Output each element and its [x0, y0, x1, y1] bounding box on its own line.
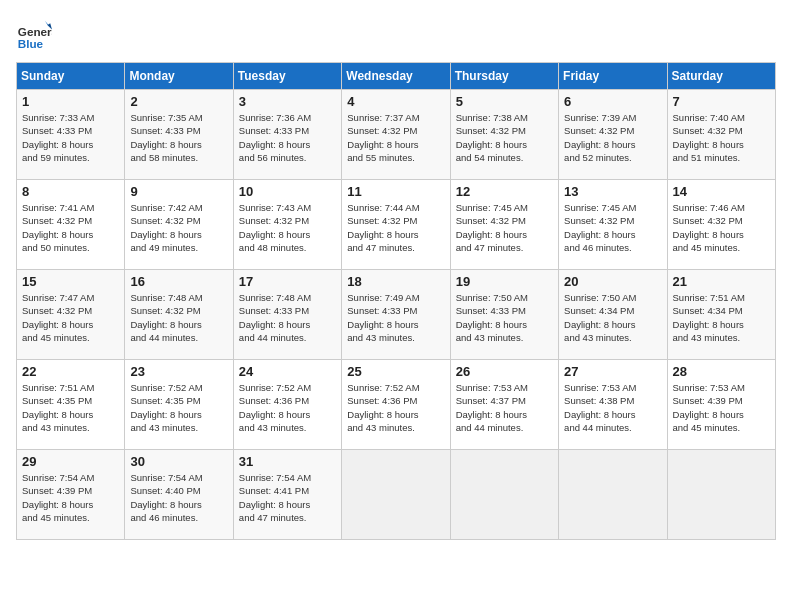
- day-number: 2: [130, 94, 227, 109]
- day-info: Sunrise: 7:43 AM Sunset: 4:32 PM Dayligh…: [239, 201, 336, 254]
- weekday-header-saturday: Saturday: [667, 63, 775, 90]
- calendar-body: 1Sunrise: 7:33 AM Sunset: 4:33 PM Daylig…: [17, 90, 776, 540]
- day-info: Sunrise: 7:53 AM Sunset: 4:39 PM Dayligh…: [673, 381, 770, 434]
- calendar-cell: 11Sunrise: 7:44 AM Sunset: 4:32 PM Dayli…: [342, 180, 450, 270]
- calendar-week-3: 15Sunrise: 7:47 AM Sunset: 4:32 PM Dayli…: [17, 270, 776, 360]
- day-number: 25: [347, 364, 444, 379]
- weekday-header-thursday: Thursday: [450, 63, 558, 90]
- day-info: Sunrise: 7:40 AM Sunset: 4:32 PM Dayligh…: [673, 111, 770, 164]
- day-number: 23: [130, 364, 227, 379]
- day-info: Sunrise: 7:47 AM Sunset: 4:32 PM Dayligh…: [22, 291, 119, 344]
- day-number: 3: [239, 94, 336, 109]
- day-number: 4: [347, 94, 444, 109]
- calendar-week-1: 1Sunrise: 7:33 AM Sunset: 4:33 PM Daylig…: [17, 90, 776, 180]
- calendar-cell: 22Sunrise: 7:51 AM Sunset: 4:35 PM Dayli…: [17, 360, 125, 450]
- calendar-table: SundayMondayTuesdayWednesdayThursdayFrid…: [16, 62, 776, 540]
- day-info: Sunrise: 7:50 AM Sunset: 4:33 PM Dayligh…: [456, 291, 553, 344]
- day-number: 5: [456, 94, 553, 109]
- calendar-cell: 27Sunrise: 7:53 AM Sunset: 4:38 PM Dayli…: [559, 360, 667, 450]
- day-number: 1: [22, 94, 119, 109]
- day-number: 20: [564, 274, 661, 289]
- day-info: Sunrise: 7:37 AM Sunset: 4:32 PM Dayligh…: [347, 111, 444, 164]
- day-info: Sunrise: 7:52 AM Sunset: 4:36 PM Dayligh…: [347, 381, 444, 434]
- day-number: 6: [564, 94, 661, 109]
- day-info: Sunrise: 7:54 AM Sunset: 4:40 PM Dayligh…: [130, 471, 227, 524]
- day-info: Sunrise: 7:52 AM Sunset: 4:35 PM Dayligh…: [130, 381, 227, 434]
- calendar-week-5: 29Sunrise: 7:54 AM Sunset: 4:39 PM Dayli…: [17, 450, 776, 540]
- day-number: 12: [456, 184, 553, 199]
- calendar-cell: 12Sunrise: 7:45 AM Sunset: 4:32 PM Dayli…: [450, 180, 558, 270]
- svg-text:Blue: Blue: [18, 37, 44, 50]
- day-info: Sunrise: 7:49 AM Sunset: 4:33 PM Dayligh…: [347, 291, 444, 344]
- calendar-cell: 30Sunrise: 7:54 AM Sunset: 4:40 PM Dayli…: [125, 450, 233, 540]
- day-number: 31: [239, 454, 336, 469]
- calendar-cell: 15Sunrise: 7:47 AM Sunset: 4:32 PM Dayli…: [17, 270, 125, 360]
- calendar-cell: 26Sunrise: 7:53 AM Sunset: 4:37 PM Dayli…: [450, 360, 558, 450]
- calendar-header: SundayMondayTuesdayWednesdayThursdayFrid…: [17, 63, 776, 90]
- calendar-cell: 5Sunrise: 7:38 AM Sunset: 4:32 PM Daylig…: [450, 90, 558, 180]
- day-info: Sunrise: 7:51 AM Sunset: 4:35 PM Dayligh…: [22, 381, 119, 434]
- calendar-cell: 23Sunrise: 7:52 AM Sunset: 4:35 PM Dayli…: [125, 360, 233, 450]
- calendar-cell: 29Sunrise: 7:54 AM Sunset: 4:39 PM Dayli…: [17, 450, 125, 540]
- calendar-cell: 8Sunrise: 7:41 AM Sunset: 4:32 PM Daylig…: [17, 180, 125, 270]
- weekday-header-wednesday: Wednesday: [342, 63, 450, 90]
- day-info: Sunrise: 7:33 AM Sunset: 4:33 PM Dayligh…: [22, 111, 119, 164]
- day-info: Sunrise: 7:50 AM Sunset: 4:34 PM Dayligh…: [564, 291, 661, 344]
- calendar-cell: 19Sunrise: 7:50 AM Sunset: 4:33 PM Dayli…: [450, 270, 558, 360]
- day-number: 10: [239, 184, 336, 199]
- day-number: 9: [130, 184, 227, 199]
- calendar-cell: [667, 450, 775, 540]
- calendar-cell: 17Sunrise: 7:48 AM Sunset: 4:33 PM Dayli…: [233, 270, 341, 360]
- weekday-header-friday: Friday: [559, 63, 667, 90]
- day-number: 19: [456, 274, 553, 289]
- day-info: Sunrise: 7:53 AM Sunset: 4:38 PM Dayligh…: [564, 381, 661, 434]
- calendar-cell: 10Sunrise: 7:43 AM Sunset: 4:32 PM Dayli…: [233, 180, 341, 270]
- calendar-cell: 24Sunrise: 7:52 AM Sunset: 4:36 PM Dayli…: [233, 360, 341, 450]
- calendar-cell: 28Sunrise: 7:53 AM Sunset: 4:39 PM Dayli…: [667, 360, 775, 450]
- day-number: 22: [22, 364, 119, 379]
- day-number: 28: [673, 364, 770, 379]
- day-number: 26: [456, 364, 553, 379]
- weekday-header-sunday: Sunday: [17, 63, 125, 90]
- day-info: Sunrise: 7:54 AM Sunset: 4:41 PM Dayligh…: [239, 471, 336, 524]
- weekday-header-row: SundayMondayTuesdayWednesdayThursdayFrid…: [17, 63, 776, 90]
- day-number: 17: [239, 274, 336, 289]
- day-info: Sunrise: 7:54 AM Sunset: 4:39 PM Dayligh…: [22, 471, 119, 524]
- day-info: Sunrise: 7:51 AM Sunset: 4:34 PM Dayligh…: [673, 291, 770, 344]
- day-info: Sunrise: 7:35 AM Sunset: 4:33 PM Dayligh…: [130, 111, 227, 164]
- day-number: 18: [347, 274, 444, 289]
- calendar-cell: 1Sunrise: 7:33 AM Sunset: 4:33 PM Daylig…: [17, 90, 125, 180]
- calendar-cell: 25Sunrise: 7:52 AM Sunset: 4:36 PM Dayli…: [342, 360, 450, 450]
- calendar-cell: 18Sunrise: 7:49 AM Sunset: 4:33 PM Dayli…: [342, 270, 450, 360]
- day-number: 16: [130, 274, 227, 289]
- calendar-cell: 3Sunrise: 7:36 AM Sunset: 4:33 PM Daylig…: [233, 90, 341, 180]
- calendar-cell: [450, 450, 558, 540]
- day-info: Sunrise: 7:52 AM Sunset: 4:36 PM Dayligh…: [239, 381, 336, 434]
- calendar-cell: [342, 450, 450, 540]
- day-info: Sunrise: 7:41 AM Sunset: 4:32 PM Dayligh…: [22, 201, 119, 254]
- calendar-cell: 21Sunrise: 7:51 AM Sunset: 4:34 PM Dayli…: [667, 270, 775, 360]
- calendar-cell: 16Sunrise: 7:48 AM Sunset: 4:32 PM Dayli…: [125, 270, 233, 360]
- day-info: Sunrise: 7:48 AM Sunset: 4:32 PM Dayligh…: [130, 291, 227, 344]
- day-number: 13: [564, 184, 661, 199]
- calendar-cell: 31Sunrise: 7:54 AM Sunset: 4:41 PM Dayli…: [233, 450, 341, 540]
- weekday-header-monday: Monday: [125, 63, 233, 90]
- day-info: Sunrise: 7:42 AM Sunset: 4:32 PM Dayligh…: [130, 201, 227, 254]
- calendar-cell: 6Sunrise: 7:39 AM Sunset: 4:32 PM Daylig…: [559, 90, 667, 180]
- logo: General Blue: [16, 16, 56, 52]
- calendar-cell: 13Sunrise: 7:45 AM Sunset: 4:32 PM Dayli…: [559, 180, 667, 270]
- day-number: 29: [22, 454, 119, 469]
- calendar-cell: 14Sunrise: 7:46 AM Sunset: 4:32 PM Dayli…: [667, 180, 775, 270]
- day-info: Sunrise: 7:44 AM Sunset: 4:32 PM Dayligh…: [347, 201, 444, 254]
- calendar-cell: [559, 450, 667, 540]
- calendar-cell: 2Sunrise: 7:35 AM Sunset: 4:33 PM Daylig…: [125, 90, 233, 180]
- header: General Blue: [16, 16, 776, 52]
- day-number: 11: [347, 184, 444, 199]
- calendar-cell: 7Sunrise: 7:40 AM Sunset: 4:32 PM Daylig…: [667, 90, 775, 180]
- day-number: 24: [239, 364, 336, 379]
- calendar-week-2: 8Sunrise: 7:41 AM Sunset: 4:32 PM Daylig…: [17, 180, 776, 270]
- day-number: 30: [130, 454, 227, 469]
- calendar-cell: 20Sunrise: 7:50 AM Sunset: 4:34 PM Dayli…: [559, 270, 667, 360]
- calendar-cell: 9Sunrise: 7:42 AM Sunset: 4:32 PM Daylig…: [125, 180, 233, 270]
- calendar-cell: 4Sunrise: 7:37 AM Sunset: 4:32 PM Daylig…: [342, 90, 450, 180]
